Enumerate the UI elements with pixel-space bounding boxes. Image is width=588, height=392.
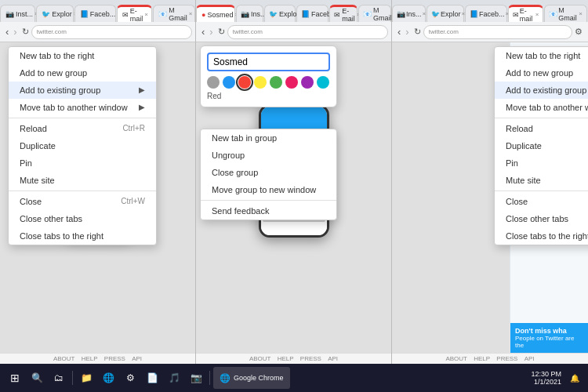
arrow-icon: ▶	[139, 103, 145, 112]
tab-label: Inst...	[16, 10, 33, 18]
tab-close-icon[interactable]: ×	[535, 11, 539, 18]
menu-item-pin[interactable]: Pin	[9, 154, 156, 172]
tab-label: E-mail	[520, 7, 535, 23]
address-bar-middle: ‹ › ↻ twitter.com	[196, 22, 391, 42]
tab-ins-mid[interactable]: 📷 Ins... ×	[236, 5, 263, 22]
menu-item-mute[interactable]: Mute site	[9, 172, 156, 189]
tab-faceb-right[interactable]: 📘 Faceb... ×	[465, 5, 507, 22]
reload-btn-mid[interactable]: ↻	[216, 27, 227, 37]
group-context-menu: New tab in group Ungroup Close group Mov…	[200, 129, 337, 220]
tab-bar-left: 📷 Inst... × 🐦 Explor × 📘 Faceb... × ✉ E-…	[0, 0, 195, 22]
color-picker	[207, 76, 330, 89]
menu-item-new-tab-r[interactable]: New tab to the right	[495, 47, 588, 64]
menu-item-new-tab-right[interactable]: New tab to the right	[9, 47, 156, 64]
menu-item-pin-r[interactable]: Pin	[495, 154, 588, 172]
tab-faceb-left[interactable]: 📘 Faceb... ×	[74, 5, 116, 22]
color-pink[interactable]	[285, 76, 298, 89]
menu-item-mute-r[interactable]: Mute site	[495, 172, 588, 189]
menu-item-close-r[interactable]: Close Ctrl+W	[495, 193, 588, 210]
menu-item-close-others-r[interactable]: Close other tabs	[495, 210, 588, 227]
panel-right: 📷 Ins... × 🐦 Explor × 📘 Faceb... × ✉ E-m…	[392, 0, 588, 364]
address-bar-left: ‹ › ↻ twitter.com	[0, 22, 195, 42]
tab-inst-left[interactable]: 📷 Inst... ×	[0, 5, 35, 22]
tab-email-right[interactable]: ✉ E-mail ×	[508, 5, 544, 22]
fwd-btn-right[interactable]: ›	[403, 26, 411, 38]
tab-close-icon[interactable]: ×	[144, 11, 148, 18]
menu-item-add-new-r[interactable]: Add to new group	[495, 64, 588, 82]
tab-gmail-mid[interactable]: 📧 M Gmail ×	[358, 5, 391, 22]
back-btn-right[interactable]: ‹	[395, 26, 403, 38]
taskbar-media[interactable]: 🎵	[164, 368, 184, 388]
start-button[interactable]: ⊞	[5, 368, 25, 388]
tab-label: E-mail	[342, 7, 355, 23]
menu-item-add-new-group[interactable]: Add to new group	[9, 64, 156, 82]
address-bar-right: ‹ › ↻ twitter.com ⚙	[392, 22, 588, 42]
tab-email-mid[interactable]: ✉ E-mail ×	[329, 5, 358, 22]
color-grey[interactable]	[207, 76, 220, 89]
taskbar-edge[interactable]: 🌐	[98, 368, 118, 388]
menu-item-duplicate[interactable]: Duplicate	[9, 137, 156, 154]
tab-label: M Gmail	[558, 6, 578, 22]
panels-container: 📷 Inst... × 🐦 Explor × 📘 Faceb... × ✉ E-…	[0, 0, 588, 364]
tab-label: Ins...	[406, 10, 422, 18]
tab-close-icon[interactable]: ×	[189, 10, 193, 17]
search-button[interactable]: 🔍	[27, 368, 47, 388]
url-input-right[interactable]: twitter.com	[423, 25, 572, 39]
shortcut-label: Ctrl+W	[121, 197, 145, 206]
tab-gmail-right[interactable]: 📧 M Gmail ×	[544, 5, 587, 22]
group-menu-move[interactable]: Move group to new window	[201, 181, 336, 198]
reload-button[interactable]: ↻	[20, 27, 31, 37]
taskbar-photos[interactable]: 📷	[186, 368, 206, 388]
task-view-button[interactable]: 🗂	[49, 368, 69, 388]
taskbar-explorer[interactable]: 📁	[76, 368, 96, 388]
tab-label: M Gmail	[373, 6, 391, 22]
back-btn-mid[interactable]: ‹	[199, 26, 207, 38]
menu-item-add-existing-group[interactable]: Add to existing group ▶	[9, 82, 156, 99]
notification-button[interactable]: 🔔	[566, 369, 583, 387]
menu-item-reload-r[interactable]: Reload Ctrl+R	[495, 120, 588, 137]
menu-item-dup-r[interactable]: Duplicate	[495, 137, 588, 154]
color-green[interactable]	[270, 76, 282, 89]
menu-item-reload[interactable]: Reload Ctrl+R	[9, 120, 156, 137]
taskbar-chrome[interactable]: 🌐 Google Chrome	[213, 367, 290, 389]
group-menu-close[interactable]: Close group	[201, 164, 336, 181]
tab-name-input[interactable]	[207, 53, 330, 71]
group-menu-ungroup[interactable]: Ungroup	[201, 147, 336, 164]
menu-item-move-r[interactable]: Move tab to another window ▶	[495, 99, 588, 116]
tab-explor-mid[interactable]: 🐦 Explor ×	[264, 5, 296, 22]
tab-faceb-mid[interactable]: 📘 Faceb... ×	[296, 5, 328, 22]
color-cyan[interactable]	[317, 76, 329, 89]
back-button[interactable]: ‹	[3, 26, 11, 38]
menu-item-close[interactable]: Close Ctrl+W	[9, 193, 156, 210]
reload-btn-right[interactable]: ↻	[412, 27, 423, 37]
footer-left: ABOUT HELP PRESS API	[0, 353, 195, 364]
tab-close-icon[interactable]: ×	[579, 10, 583, 17]
forward-button[interactable]: ›	[11, 26, 19, 38]
tab-email-left[interactable]: ✉ E-mail ×	[117, 5, 153, 22]
browser-window: 📷 Inst... × 🐦 Explor × 📘 Faceb... × ✉ E-…	[0, 0, 588, 392]
tab-close-icon[interactable]: ×	[423, 10, 426, 17]
tab-ins-right[interactable]: 📷 Ins... ×	[392, 5, 426, 22]
color-purple[interactable]	[301, 76, 314, 89]
color-yellow[interactable]	[254, 76, 267, 89]
url-input-mid[interactable]: twitter.com	[227, 25, 388, 39]
menu-item-move-window[interactable]: Move tab to another window ▶	[9, 99, 156, 116]
color-red[interactable]	[238, 76, 251, 89]
footer-right: ABOUT HELP PRESS API	[392, 353, 588, 364]
tab-explor-left[interactable]: 🐦 Explor ×	[36, 5, 74, 22]
group-menu-feedback[interactable]: Send feedback	[201, 202, 336, 220]
tab-sosmed[interactable]: ● Sosmed ×	[196, 5, 235, 22]
taskbar-word[interactable]: 📄	[142, 368, 162, 388]
color-blue[interactable]	[223, 76, 235, 89]
fwd-btn-mid[interactable]: ›	[207, 26, 215, 38]
group-menu-new-tab[interactable]: New tab in group	[201, 129, 336, 147]
tab-gmail-left[interactable]: 📧 M Gmail ×	[153, 5, 195, 22]
menu-item-add-existing-r[interactable]: Add to existing group ▶	[495, 82, 588, 99]
tab-explor-right[interactable]: 🐦 Explor ×	[426, 5, 464, 22]
url-input[interactable]: twitter.com	[31, 25, 192, 39]
taskbar-settings[interactable]: ⚙	[120, 368, 140, 388]
settings-btn-right[interactable]: ⚙	[572, 27, 585, 37]
menu-item-close-right-r[interactable]: Close tabs to the right	[495, 227, 588, 245]
menu-item-close-others[interactable]: Close other tabs	[9, 210, 156, 227]
menu-item-close-right[interactable]: Close tabs to the right	[9, 227, 156, 245]
